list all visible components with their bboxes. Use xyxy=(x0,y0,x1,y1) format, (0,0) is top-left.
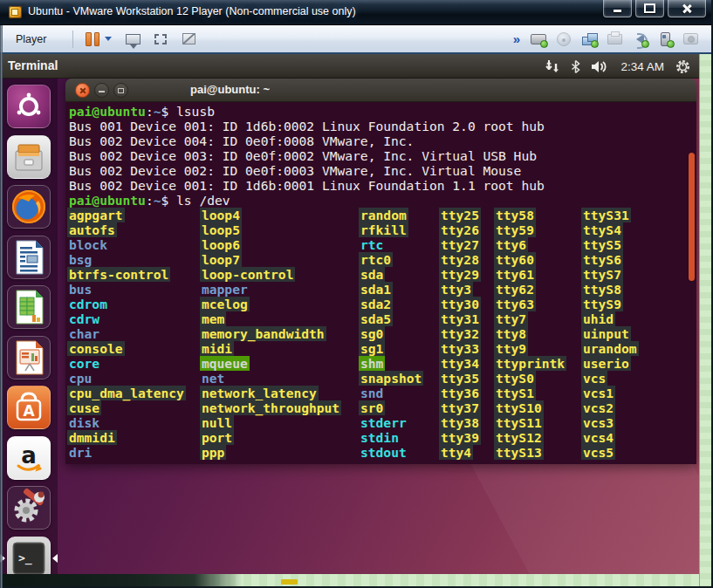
cd-dvd-icon[interactable] xyxy=(555,31,572,47)
ls-entry: vcs2 xyxy=(581,400,615,415)
svg-text:>_: >_ xyxy=(18,551,32,565)
printer-icon[interactable] xyxy=(606,31,623,47)
bluetooth-icon[interactable] xyxy=(571,60,580,73)
ls-entry: ttyS0 xyxy=(494,371,536,386)
software-center-icon: A xyxy=(7,386,51,429)
maximize-button[interactable] xyxy=(635,0,664,17)
launcher-item-libreoffice-impress[interactable] xyxy=(7,336,51,379)
ls-entry: dmmidi xyxy=(67,430,117,445)
amazon-icon: a xyxy=(7,436,51,480)
ls-entry: ttyS11 xyxy=(494,415,544,430)
window-titlebar[interactable]: Ubuntu - VMware Workstation 12 Player (N… xyxy=(0,0,713,25)
ls-entry: userio xyxy=(581,356,631,371)
ls-entry: tty25 xyxy=(439,208,481,222)
ls-entry: vcs1 xyxy=(581,386,615,400)
close-button[interactable] xyxy=(668,0,706,17)
ls-entry: tty6 xyxy=(494,237,528,252)
network-adapter-icon[interactable] xyxy=(580,31,598,47)
launcher-item-software-center[interactable]: A xyxy=(7,386,51,429)
ls-entry: mem xyxy=(200,311,226,326)
terminal-scrollbar[interactable] xyxy=(689,153,695,281)
ls-output-row: bsgloop7rtc0tty28tty60ttyS6 xyxy=(69,252,696,267)
hard-disk-icon[interactable] xyxy=(530,31,547,47)
launcher-item-amazon[interactable]: a xyxy=(7,436,51,480)
launcher-item-libreoffice-calc[interactable] xyxy=(7,285,51,329)
send-ctrl-alt-del-icon xyxy=(126,34,141,44)
send-ctrl-alt-del-button[interactable] xyxy=(122,30,143,49)
launcher-item-terminal[interactable]: >_ xyxy=(7,537,51,575)
toolbar-device-group: » xyxy=(513,31,699,47)
suspend-button[interactable] xyxy=(82,31,115,48)
focused-app-arrow-icon xyxy=(52,554,58,563)
ls-output-row: coremqueueshmtty34ttyprintkuserio xyxy=(69,356,696,371)
ls-entry: ttyS6 xyxy=(581,252,623,267)
libreoffice-calc-icon xyxy=(7,285,51,329)
vmware-player-window: { "window": { "title": "Ubuntu - VMware … xyxy=(0,0,713,588)
ls-entry: random xyxy=(359,208,408,222)
launcher-item-dash-home[interactable] xyxy=(7,85,51,128)
ls-entry: shm xyxy=(359,356,385,371)
ls-entry: rfkill xyxy=(359,222,408,237)
ls-entry: tty38 xyxy=(439,415,481,430)
ls-entry: uinput xyxy=(581,326,631,341)
ls-entry: autofs xyxy=(67,222,117,237)
launcher-item-libreoffice-writer[interactable] xyxy=(7,236,51,279)
ls-entry: sr0 xyxy=(359,400,385,415)
toolbar-separator xyxy=(72,31,73,48)
ls-entry: vcs5 xyxy=(581,445,615,460)
unity-mode-button[interactable] xyxy=(178,30,199,49)
volume-icon[interactable] xyxy=(592,60,609,73)
ls-entry: console xyxy=(67,341,125,356)
launcher-item-system-settings[interactable] xyxy=(7,486,51,530)
session-gear-icon[interactable] xyxy=(675,59,690,74)
ls-entry: tty30 xyxy=(439,297,481,311)
ls-entry: network_latency xyxy=(200,386,319,400)
clock-label[interactable]: 2:34 AM xyxy=(620,60,664,73)
ls-entry: ttyS31 xyxy=(581,208,631,222)
sound-icon[interactable] xyxy=(631,31,648,47)
unity-launcher: Aa>_ xyxy=(0,79,58,574)
ls-entry: bus xyxy=(67,282,93,297)
ls-output-row: charmemory_bandwidthsg0tty32tty8uinput xyxy=(69,326,696,341)
desktop: Aa>_ pai@ubuntu: ~ pai@ubuntu:~$ lsusbBu… xyxy=(0,79,699,574)
prompt-line: pai@ubuntu:~$ ls /dev xyxy=(69,193,696,208)
snapshot-camera-icon[interactable] xyxy=(682,31,699,47)
network-arrows-icon[interactable] xyxy=(545,60,559,73)
lsusb-output-line: Bus 002 Device 003: ID 0e0f:0002 VMware,… xyxy=(69,148,696,163)
usb-device-icon[interactable] xyxy=(656,31,674,47)
ls-entry: ttyS10 xyxy=(494,400,544,415)
ls-entry: sg1 xyxy=(359,341,385,356)
ls-entry: tty58 xyxy=(494,208,536,222)
ls-output-row: autofsloop5rfkilltty26tty59ttyS4 xyxy=(69,222,696,237)
terminal-minimize-button[interactable] xyxy=(94,83,109,98)
prompt-line: pai@ubuntu:~$ lsusb xyxy=(69,104,696,119)
panel-app-title: Terminal xyxy=(8,58,58,72)
fullscreen-button[interactable] xyxy=(150,30,171,49)
window-title: Ubuntu - VMware Workstation 12 Player (N… xyxy=(28,5,356,17)
terminal-output[interactable]: pai@ubuntu:~$ lsusbBus 001 Device 001: I… xyxy=(65,102,696,464)
terminal-maximize-button[interactable] xyxy=(113,83,128,98)
ls-output-row: cpu_dma_latencynetwork_latencysndtty36tt… xyxy=(69,386,696,400)
ls-entry: tty34 xyxy=(439,356,481,371)
minimize-button[interactable] xyxy=(603,0,632,17)
ls-entry: sg0 xyxy=(359,326,385,341)
ls-entry: net xyxy=(200,371,226,386)
launcher-item-firefox[interactable] xyxy=(7,185,51,229)
player-menu-button[interactable]: Player xyxy=(10,31,64,48)
ls-entry: tty31 xyxy=(439,311,481,326)
ls-entry: cdrw xyxy=(67,311,101,326)
ls-entry: uhid xyxy=(581,311,615,326)
launcher-item-files[interactable] xyxy=(7,135,51,179)
window-inner-margin-right xyxy=(699,54,711,588)
terminal-titlebar[interactable]: pai@ubuntu: ~ xyxy=(65,79,696,102)
ls-entry: stderr xyxy=(359,415,408,430)
ls-entry: tty36 xyxy=(439,386,481,400)
ls-entry: ttyS13 xyxy=(494,445,544,460)
overflow-chevron-icon[interactable]: » xyxy=(513,31,520,46)
ls-entry: tty27 xyxy=(439,237,481,252)
ls-entry: tty61 xyxy=(494,267,536,282)
ls-output-row: disknullstderrtty38ttyS11vcs3 xyxy=(69,415,696,430)
terminal-close-button[interactable] xyxy=(75,83,90,98)
ls-entry: sda5 xyxy=(359,311,393,326)
ls-entry: ttyS7 xyxy=(581,267,623,282)
